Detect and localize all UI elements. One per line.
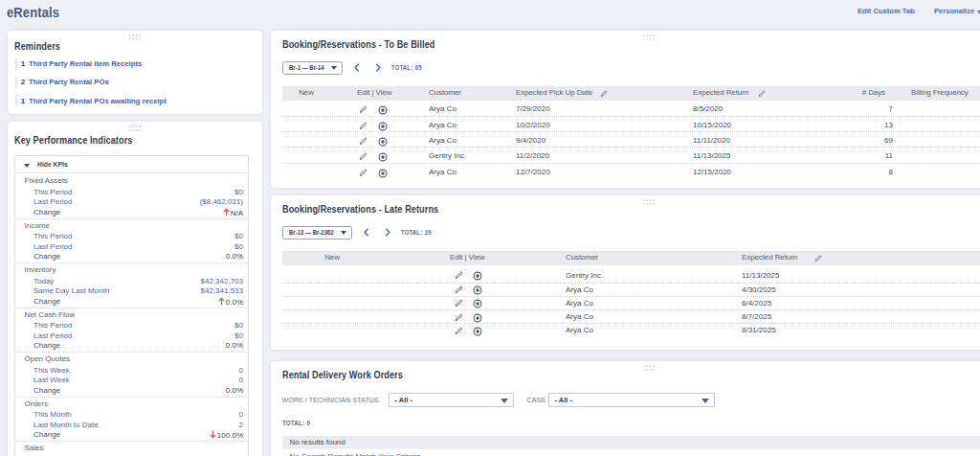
drag-handle-icon[interactable] <box>129 34 142 40</box>
kpi-row-label[interactable]: This Month <box>33 410 72 419</box>
table-row: Arya Co 9/4/2020 11/11/2020 69 <box>282 131 980 147</box>
view-eye-icon[interactable] <box>378 152 388 162</box>
view-eye-icon[interactable] <box>473 285 482 295</box>
kpi-row-label[interactable]: Last Period <box>33 331 72 340</box>
late-returns-portlet: Booking/Reservations - Late Returns Br-1… <box>271 195 980 350</box>
range-dropdown[interactable]: Br-1 — Br-14 <box>282 61 344 75</box>
reminder-bar <box>15 58 18 70</box>
view-eye-icon[interactable] <box>473 299 482 308</box>
kpi-group-name: Orders <box>25 399 244 409</box>
edit-pencil-icon[interactable] <box>359 169 368 177</box>
cell-days: 8 <box>818 164 893 182</box>
kpi-row: Last Week0 <box>33 376 243 385</box>
kpi-row-label[interactable]: Same Day Last Month <box>33 286 109 295</box>
prev-page-button[interactable] <box>354 63 360 72</box>
edit-pencil-icon[interactable] <box>455 285 463 294</box>
cell-customer: Gentry Inc. <box>566 269 603 283</box>
view-eye-icon[interactable] <box>378 169 388 178</box>
kpi-row-label[interactable]: Today <box>33 277 54 285</box>
kpi-row-label[interactable]: Last Week <box>33 376 70 384</box>
edit-pencil-icon[interactable] <box>455 313 463 322</box>
kpi-row: This Month0 <box>33 410 243 420</box>
edit-pencil-icon[interactable] <box>359 105 368 114</box>
pencil-icon[interactable] <box>814 255 822 262</box>
kpi-row-label[interactable]: This Period <box>33 321 72 330</box>
kpi-toggle[interactable]: Hide KPIs <box>15 159 248 173</box>
total-count: 65 <box>415 63 422 72</box>
drag-handle-icon[interactable] <box>129 125 142 131</box>
no-results-submessage: No Search Results Match Your Criteria <box>290 452 421 456</box>
to-be-billed-controls: Br-1 — Br-14 TOTAL:65 <box>282 61 431 75</box>
reminder-link[interactable]: Third Party Rental Item Receipts <box>29 59 142 68</box>
table-row: Gentry Inc. 11/2/2020 11/13/2025 11 <box>282 147 980 162</box>
drag-handle-icon[interactable] <box>642 199 655 205</box>
range-dropdown[interactable]: Br-13 — Br-2362 <box>282 226 353 239</box>
kpi-row-label[interactable]: This Period <box>33 232 72 240</box>
personalize-link[interactable]: Personalize <box>934 7 974 15</box>
edit-pencil-icon[interactable] <box>455 271 463 280</box>
reminder-item[interactable]: 1 Third Party Rental Item Receipts <box>8 55 262 73</box>
kpi-group-name: Open Quotes <box>25 354 244 364</box>
kpi-group-inventory: Inventory Today$42,342,703 Same Day Last… <box>15 265 248 308</box>
view-eye-icon[interactable] <box>378 105 388 115</box>
view-eye-icon[interactable] <box>378 137 388 147</box>
drag-handle-icon[interactable] <box>642 34 655 40</box>
reminder-link[interactable]: Third Party Rental POs <box>29 78 109 86</box>
edit-custom-tab-link[interactable]: Edit Custom Tab <box>858 7 915 15</box>
edit-pencil-icon[interactable] <box>455 299 463 308</box>
kpi-row-label: Change <box>33 297 60 306</box>
top-links: Edit Custom Tab Personalize <box>0 7 980 18</box>
total-count: 29 <box>425 228 432 237</box>
col-customer: Customer <box>429 86 461 101</box>
pencil-icon[interactable] <box>600 90 608 98</box>
edit-pencil-icon[interactable] <box>359 137 368 146</box>
kpi-row-label[interactable]: Last Period <box>33 242 72 251</box>
kpi-row: Change0.0% <box>33 252 243 262</box>
kpi-row: Change0.0% <box>33 297 243 307</box>
table-header: New Edit | View Customer Expected Return <box>282 251 980 265</box>
view-eye-icon[interactable] <box>473 313 482 323</box>
kpi-row-value: $42,341,533 <box>201 286 244 296</box>
caret-down-icon <box>501 399 508 403</box>
kpi-row-label[interactable]: Last Period <box>33 197 72 206</box>
kpi-row-value: $0 <box>234 188 243 197</box>
kpi-row-label[interactable]: Last Month to Date <box>33 421 99 429</box>
cell-return: 11/13/2025 <box>742 269 779 283</box>
kpi-row-value: $0 <box>234 232 243 241</box>
edit-pencil-icon[interactable] <box>359 122 368 130</box>
cell-customer: Arya Co <box>429 164 457 182</box>
edit-pencil-icon[interactable] <box>455 327 463 335</box>
pencil-icon[interactable] <box>758 90 766 98</box>
next-page-button[interactable] <box>385 228 390 237</box>
status-filter-select[interactable]: - All - <box>389 393 514 407</box>
kpi-portlet: Key Performance Indicators Hide KPIs Fix… <box>8 122 262 456</box>
col-edit-view: Edit | View <box>450 251 484 265</box>
kpi-row-label[interactable]: This Week <box>33 366 70 375</box>
case-filter-label: CASE <box>527 397 546 403</box>
view-eye-icon[interactable] <box>473 327 482 336</box>
work-orders-filters: WORK / TECHNICIAN STATUS - All - CASE - … <box>282 393 980 407</box>
reminder-item[interactable]: 1 Third Party Rental POs awaiting receip… <box>8 92 262 110</box>
up-arrow-icon <box>218 297 225 306</box>
kpi-row-label[interactable]: This Period <box>33 188 72 196</box>
next-page-button[interactable] <box>375 63 381 72</box>
drag-handle-icon[interactable] <box>642 365 655 371</box>
kpi-row: This Period$0 <box>33 232 243 241</box>
cell-return: 4/30/2025 <box>742 284 776 297</box>
to-be-billed-table: New Edit | View Customer Expected Pick U… <box>282 86 980 178</box>
reminder-bar <box>15 77 18 88</box>
prev-page-button[interactable] <box>364 228 369 237</box>
view-eye-icon[interactable] <box>378 122 388 131</box>
caret-down-icon <box>331 66 337 70</box>
reminder-item[interactable]: 2 Third Party Rental POs <box>8 73 262 91</box>
reminder-link[interactable]: Third Party Rental POs awaiting receipt <box>29 97 167 105</box>
table-row: Arya Co 8/7/2025 <box>282 309 980 323</box>
view-eye-icon[interactable] <box>473 271 482 281</box>
cell-return: 12/15/2020 <box>693 164 731 182</box>
col-edit-view: Edit | View <box>357 86 391 101</box>
kpi-row-value: 0 <box>239 366 243 376</box>
edit-pencil-icon[interactable] <box>359 152 368 161</box>
kpi-row-value: ($8,462,021) <box>200 197 243 207</box>
case-filter-select[interactable]: - All - <box>548 393 715 407</box>
kpi-group-fixed-assets: Fixed Assets This Period$0 Last Period($… <box>15 176 248 219</box>
